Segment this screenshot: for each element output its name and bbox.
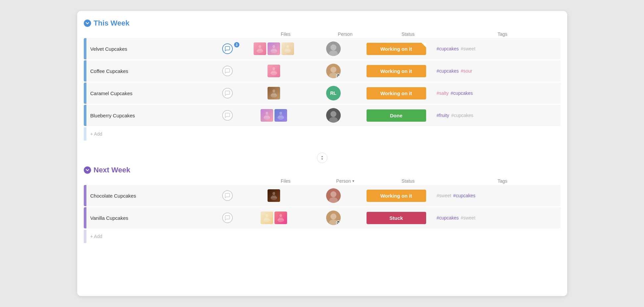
col-name-header [110, 31, 226, 37]
status-badge[interactable]: Working on it [367, 190, 426, 202]
svg-point-6 [330, 44, 336, 50]
row-name[interactable]: Chocolate Cupcakes [86, 193, 214, 199]
col-tags-header: Tags [445, 31, 561, 37]
row-chat-icon[interactable] [214, 213, 241, 223]
row-files[interactable] [241, 42, 307, 55]
row-files[interactable] [241, 189, 307, 202]
person-sort-icon[interactable]: ▾ [352, 179, 354, 183]
status-badge[interactable]: Working on it [367, 65, 426, 77]
row-indicator [84, 38, 86, 59]
tag[interactable]: #sweet [437, 193, 451, 198]
file-thumbnail [254, 42, 266, 55]
status-badge[interactable]: Working on it [367, 87, 426, 99]
svg-point-14 [272, 90, 275, 92]
section-toggle-next-week[interactable] [84, 166, 91, 174]
tag[interactable]: #sour [461, 68, 472, 74]
row-tags: #cupcakes#sweet [433, 215, 561, 220]
row-name[interactable]: Coffee Cupcakes [86, 68, 214, 74]
row-person[interactable]: RL [307, 86, 360, 100]
chat-bubble[interactable] [222, 66, 233, 76]
avatar [326, 108, 341, 123]
tag[interactable]: #salty [437, 91, 449, 96]
tag[interactable]: #cupcakes [453, 193, 475, 198]
tag[interactable]: #cupcakes [437, 68, 459, 74]
status-badge[interactable]: Working on it [367, 43, 426, 55]
row-tags: #sweet#cupcakes [433, 193, 561, 198]
resize-handle[interactable] [317, 153, 327, 163]
tag[interactable]: #cupcakes [437, 215, 459, 220]
row-name[interactable]: Velvet Cupcakes [86, 46, 214, 52]
col-chat-header [226, 178, 253, 184]
row-person[interactable] [307, 188, 360, 203]
chat-count-badge: 3 [234, 42, 239, 47]
main-container: This Week Files Person Status Tags Velve… [77, 11, 567, 296]
add-indicator [84, 230, 86, 243]
tag[interactable]: #sweet [461, 215, 475, 220]
svg-point-3 [272, 45, 275, 48]
chat-bubble[interactable] [222, 110, 233, 121]
add-row[interactable]: + Add [84, 230, 561, 243]
tag[interactable]: #cupcakes [451, 91, 473, 96]
table-row: Vanilla Cupcakes Stuck#cupcakes#sweet [84, 207, 561, 228]
row-person[interactable] [307, 64, 360, 78]
row-chat-icon[interactable] [214, 66, 241, 76]
row-status[interactable]: Working on it [360, 65, 433, 77]
svg-point-1 [259, 45, 261, 48]
svg-point-23 [330, 191, 336, 197]
tag[interactable]: #cupcakes [451, 113, 473, 118]
row-status[interactable]: Working on it [360, 190, 433, 202]
chat-bubble[interactable] [222, 43, 233, 54]
avatar: RL [326, 86, 341, 100]
svg-point-18 [279, 112, 282, 114]
status-badge[interactable]: Stuck [367, 212, 426, 224]
tag[interactable]: #sweet [461, 46, 475, 51]
file-thumbnail [268, 87, 280, 99]
chat-bubble[interactable] [222, 190, 233, 201]
row-status[interactable]: Working on it [360, 43, 433, 55]
section-divider [84, 146, 561, 166]
col-tags-header: Tags [445, 178, 561, 184]
svg-point-22 [272, 192, 275, 195]
row-person[interactable] [307, 211, 360, 225]
row-name[interactable]: Blueberry Cupcakes [86, 113, 214, 118]
row-indicator [84, 83, 86, 104]
row-indicator [84, 105, 86, 126]
add-label[interactable]: + Add [86, 234, 561, 239]
row-tags: #cupcakes#sweet [433, 46, 561, 51]
col-chat-header [226, 31, 253, 37]
row-tags: #fruity#cupcakes [433, 113, 561, 118]
chat-bubble[interactable] [222, 213, 233, 223]
row-chat-icon[interactable] [214, 190, 241, 201]
row-files[interactable] [241, 212, 307, 224]
status-badge[interactable]: Done [367, 109, 426, 122]
add-row[interactable]: + Add [84, 127, 561, 141]
avatar [326, 64, 341, 78]
section-toggle-this-week[interactable] [84, 20, 91, 27]
row-tags: #salty#cupcakes [433, 91, 561, 96]
row-files[interactable] [241, 109, 307, 122]
row-name[interactable]: Caramel Cupcakes [86, 91, 214, 96]
row-person[interactable] [307, 108, 360, 123]
file-thumbnail [268, 189, 280, 202]
row-chat-icon[interactable] [214, 88, 241, 98]
row-chat-icon[interactable]: 3 [214, 43, 241, 54]
row-status[interactable]: Working on it [360, 87, 433, 99]
row-chat-icon[interactable] [214, 110, 241, 121]
table-row: Caramel Cupcakes RLWorking on it#salty#c… [84, 83, 561, 104]
row-files[interactable] [241, 65, 307, 77]
row-name[interactable]: Vanilla Cupcakes [86, 215, 214, 221]
table-row: Blueberry Cupcakes Done#fruity#cupcakes [84, 105, 561, 126]
section-header-next-week: Next Week [84, 166, 561, 174]
avatar-minus-icon [336, 220, 341, 225]
tag[interactable]: #cupcakes [437, 46, 459, 51]
row-files[interactable] [241, 87, 307, 99]
section-next-week: Next Week Files Person ▾ Status Tags Cho… [84, 166, 561, 243]
row-status[interactable]: Done [360, 109, 433, 122]
row-status[interactable]: Stuck [360, 212, 433, 224]
file-thumbnail [274, 212, 287, 224]
add-label[interactable]: + Add [86, 131, 561, 137]
tag[interactable]: #fruity [437, 113, 449, 118]
chat-bubble[interactable] [222, 88, 233, 98]
row-person[interactable] [307, 41, 360, 56]
col-files-header: Files [253, 31, 319, 37]
